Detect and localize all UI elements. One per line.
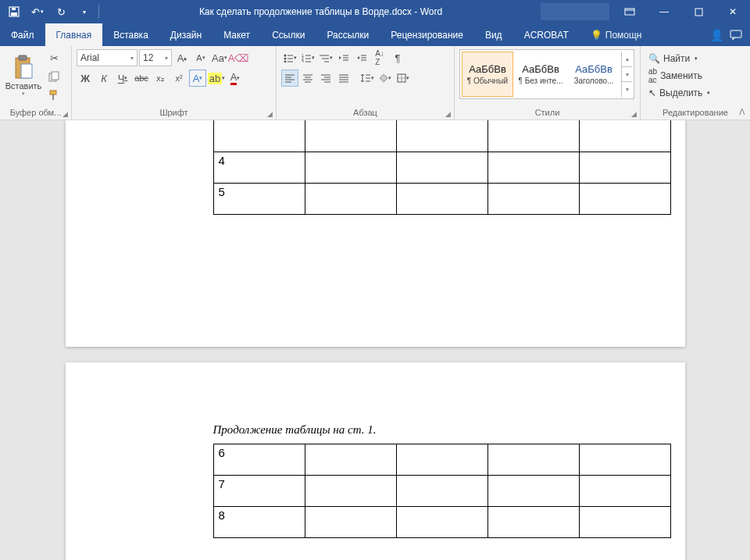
subscript-button[interactable]: x₂ xyxy=(152,70,169,87)
format-painter-button[interactable] xyxy=(45,87,62,104)
table-caption[interactable]: Продолжение таблицы на ст. 1. xyxy=(213,423,377,437)
replace-button[interactable]: abacЗаменить xyxy=(645,68,713,84)
tell-me[interactable]: 💡Помощн xyxy=(580,23,653,46)
page-2: Продолжение таблицы на ст. 1. 6 7 8 xyxy=(66,362,685,560)
table-row[interactable]: 4 xyxy=(213,152,670,183)
underline-button[interactable]: Ч▾ xyxy=(114,70,131,87)
paste-button[interactable]: Вставить ▾ xyxy=(5,49,42,102)
cell[interactable]: 8 xyxy=(213,507,305,538)
style-expand[interactable]: ▾ xyxy=(622,82,632,97)
strike-button[interactable]: abc xyxy=(133,70,150,87)
tab-mailings[interactable]: Рассылки xyxy=(316,23,380,46)
style-heading1[interactable]: АаБбВвЗаголово... xyxy=(568,52,620,97)
copy-button[interactable] xyxy=(45,68,62,85)
cell[interactable]: 6 xyxy=(213,444,305,476)
redo-button[interactable]: ↻ xyxy=(50,1,72,23)
tab-design[interactable]: Дизайн xyxy=(159,23,212,46)
increase-indent-button[interactable] xyxy=(353,49,370,66)
borders-button[interactable]: ▾ xyxy=(395,70,412,87)
clipboard-launcher[interactable]: ◢ xyxy=(62,110,68,118)
comments-button[interactable] xyxy=(730,30,742,41)
ribbon-options-button[interactable] xyxy=(612,0,647,23)
style-gallery: АаБбВв¶ Обычный АаБбВв¶ Без инте... АаБб… xyxy=(459,49,634,99)
table-row[interactable]: 6 xyxy=(213,444,670,476)
highlight-button[interactable]: ab▾ xyxy=(208,70,225,87)
svg-rect-9 xyxy=(21,64,32,78)
table-row[interactable]: 7 xyxy=(213,476,670,507)
bullets-button[interactable]: ▾ xyxy=(281,49,298,66)
cut-button[interactable]: ✂ xyxy=(45,49,62,66)
style-scroll-down[interactable]: ▾ xyxy=(622,67,632,83)
style-scroll-up[interactable]: ▴ xyxy=(622,52,632,67)
italic-button[interactable]: К xyxy=(95,70,112,87)
table-page2[interactable]: 6 7 8 xyxy=(213,444,671,538)
change-case-button[interactable]: Aa▾ xyxy=(211,49,228,66)
group-paragraph: ▾ 123▾ ▾ A↓Z ¶ ▾ ▾ ▾ Абзац◢ xyxy=(277,46,455,119)
maximize-button[interactable] xyxy=(681,0,716,23)
numbering-button[interactable]: 123▾ xyxy=(299,49,316,66)
shrink-font-button[interactable]: A▾ xyxy=(192,49,209,66)
find-button[interactable]: 🔍Найти▾ xyxy=(645,51,713,66)
group-label-font: Шрифт xyxy=(159,108,188,117)
font-size-combo[interactable]: 12▾ xyxy=(139,49,172,66)
svg-rect-1 xyxy=(11,12,17,16)
tab-references[interactable]: Ссылки xyxy=(261,23,316,46)
tab-insert[interactable]: Вставка xyxy=(102,23,159,46)
table-page1[interactable]: 4 5 xyxy=(213,120,671,215)
tab-layout[interactable]: Макет xyxy=(212,23,261,46)
minimize-button[interactable]: — xyxy=(647,0,681,23)
align-right-button[interactable] xyxy=(317,70,334,87)
document-area[interactable]: 4 5 Продолжение таблицы на ст. 1. 6 7 8 xyxy=(0,120,750,560)
cell[interactable]: 5 xyxy=(213,183,305,214)
tab-home[interactable]: Главная xyxy=(45,23,103,46)
select-button[interactable]: ↖Выделить▾ xyxy=(645,85,713,101)
line-spacing-button[interactable]: ▾ xyxy=(359,70,376,87)
find-label: Найти xyxy=(663,53,690,64)
save-button[interactable] xyxy=(3,1,25,23)
grow-font-button[interactable]: A▴ xyxy=(173,49,191,66)
tab-acrobat[interactable]: ACROBAT xyxy=(513,23,580,46)
decrease-indent-button[interactable] xyxy=(335,49,352,66)
paste-label: Вставить xyxy=(5,81,42,91)
undo-button[interactable]: ↶▾ xyxy=(27,1,48,23)
close-button[interactable]: ✕ xyxy=(716,0,750,23)
title-bar: ↶▾ ↻ ▾ Как сделать продолжение таблицы в… xyxy=(0,0,750,23)
table-row[interactable]: 8 xyxy=(213,507,670,538)
style-no-spacing[interactable]: АаБбВв¶ Без инте... xyxy=(515,52,566,97)
share-button[interactable]: 👤 xyxy=(710,29,723,41)
text-effects-button[interactable]: A▾ xyxy=(189,70,206,87)
paragraph-launcher[interactable]: ◢ xyxy=(445,110,451,118)
show-marks-button[interactable]: ¶ xyxy=(389,49,406,66)
style-gallery-scroll: ▴ ▾ ▾ xyxy=(621,52,632,97)
svg-rect-11 xyxy=(52,72,59,80)
ribbon: Вставить ▾ ✂ Буфер обм...◢ Arial▾ 12▾ A▴… xyxy=(0,46,750,120)
account-area[interactable] xyxy=(541,3,609,20)
font-launcher[interactable]: ◢ xyxy=(267,110,273,118)
svg-rect-6 xyxy=(730,30,741,37)
qat-customize[interactable]: ▾ xyxy=(73,1,95,23)
bold-button[interactable]: Ж xyxy=(77,70,94,87)
tab-view[interactable]: Вид xyxy=(474,23,513,46)
font-name-combo[interactable]: Arial▾ xyxy=(77,49,138,66)
svg-point-15 xyxy=(284,58,287,60)
cell[interactable]: 4 xyxy=(213,152,305,183)
clear-format-button[interactable]: A⌫ xyxy=(230,49,247,66)
justify-button[interactable] xyxy=(335,70,352,87)
sort-button[interactable]: A↓Z xyxy=(371,49,388,66)
superscript-button[interactable]: x² xyxy=(170,70,188,87)
collapse-ribbon-button[interactable]: ᐱ xyxy=(739,107,745,117)
shading-button[interactable]: ▾ xyxy=(377,70,394,87)
table-row[interactable]: 5 xyxy=(213,183,670,214)
multilevel-button[interactable]: ▾ xyxy=(317,49,334,66)
ribbon-tabs: Файл Главная Вставка Дизайн Макет Ссылки… xyxy=(0,23,750,46)
cell[interactable]: 7 xyxy=(213,476,305,507)
tab-file[interactable]: Файл xyxy=(0,23,45,46)
table-row[interactable] xyxy=(213,120,670,152)
align-center-button[interactable] xyxy=(299,70,316,87)
font-color-button[interactable]: A▾ xyxy=(227,70,244,87)
styles-launcher[interactable]: ◢ xyxy=(631,110,637,118)
style-normal[interactable]: АаБбВв¶ Обычный xyxy=(462,52,513,97)
align-left-button[interactable] xyxy=(281,70,298,87)
lightbulb-icon: 💡 xyxy=(591,30,602,41)
tab-review[interactable]: Рецензирование xyxy=(380,23,474,46)
